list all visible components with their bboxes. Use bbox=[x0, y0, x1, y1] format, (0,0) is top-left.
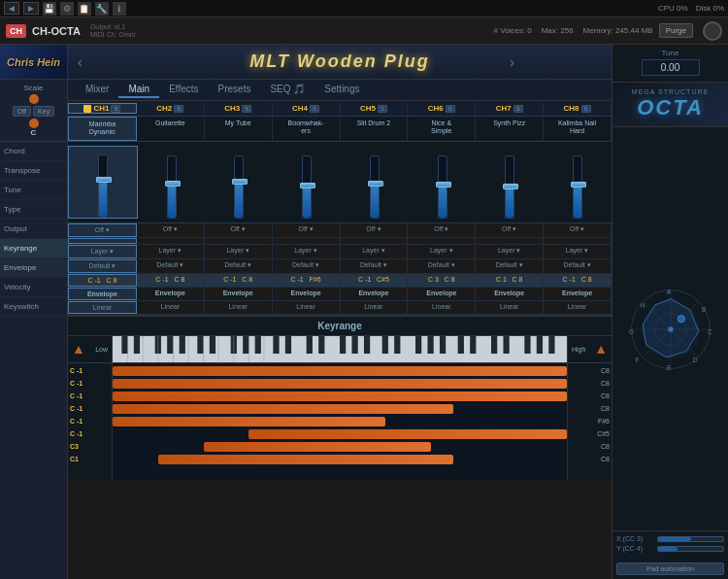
settings-icon[interactable]: ⚙ bbox=[60, 2, 74, 16]
ch5-envelope[interactable]: Envelope bbox=[341, 288, 409, 300]
ch2-keyrange[interactable]: C -1 C 8 bbox=[137, 274, 205, 287]
tab-seq[interactable]: SEQ 🎵 bbox=[260, 82, 314, 98]
tab-settings[interactable]: Settings bbox=[314, 82, 369, 98]
ch1-layer[interactable]: Layer ▾ bbox=[68, 245, 137, 258]
ch3-envelope[interactable]: Envelope bbox=[205, 288, 273, 300]
ch3-velocity[interactable]: Linear bbox=[205, 301, 273, 314]
ch1-off[interactable]: Off ▾ bbox=[68, 223, 137, 237]
tab-effects[interactable]: Effects bbox=[159, 82, 208, 98]
ch6-header[interactable]: CH6 S bbox=[408, 103, 476, 114]
ch4-output[interactable]: Default ▾ bbox=[273, 259, 341, 273]
tab-main[interactable]: Main bbox=[118, 82, 159, 98]
purge-button[interactable]: Purge bbox=[659, 23, 693, 38]
cc-x-slider[interactable] bbox=[657, 536, 724, 542]
ch6-velocity[interactable]: Linear bbox=[408, 301, 476, 314]
ch3-fader-thumb[interactable] bbox=[232, 179, 248, 185]
ch6-fader-thumb[interactable] bbox=[436, 182, 451, 187]
ch3-layer[interactable]: Layer ▾ bbox=[205, 245, 273, 258]
ch5-fader-thumb[interactable] bbox=[368, 181, 383, 187]
ch5-output[interactable]: Default ▾ bbox=[341, 259, 409, 273]
ch7-layer[interactable]: Layer ▾ bbox=[476, 245, 544, 258]
ch4-fader-thumb[interactable] bbox=[300, 183, 315, 188]
ch6-envelope[interactable]: Envelope bbox=[408, 288, 476, 300]
ch2-fader-thumb[interactable] bbox=[165, 181, 181, 187]
ch5-header[interactable]: CH5 S bbox=[341, 103, 409, 114]
ch7-fader-thumb[interactable] bbox=[503, 184, 518, 189]
ch1-keyrange[interactable]: C -1 C 8 bbox=[68, 274, 137, 287]
ch4-s-btn[interactable]: S bbox=[310, 105, 319, 113]
tab-mixer[interactable]: Mixer bbox=[76, 82, 118, 98]
ch8-s-btn[interactable]: S bbox=[581, 105, 591, 113]
ch2-layer[interactable]: Layer ▾ bbox=[137, 245, 205, 258]
envelope-row[interactable]: Envelope bbox=[0, 258, 67, 278]
scale-indicator[interactable] bbox=[29, 94, 39, 104]
ch1-envelope[interactable]: Envelope bbox=[68, 288, 137, 300]
ch7-fader[interactable] bbox=[505, 155, 514, 219]
ch8-fader-thumb[interactable] bbox=[571, 182, 586, 187]
plugin-nav-left[interactable]: ‹ bbox=[78, 54, 83, 70]
ch2-fader[interactable] bbox=[167, 155, 177, 219]
ch2-s-btn[interactable]: S bbox=[174, 105, 183, 113]
ch5-velocity[interactable]: Linear bbox=[341, 301, 409, 314]
ch4-envelope[interactable]: Envelope bbox=[273, 288, 341, 300]
left-arrow-icon[interactable]: ▲ bbox=[72, 341, 85, 357]
ch7-output[interactable]: Default ▾ bbox=[476, 259, 544, 273]
cc-y-slider[interactable] bbox=[657, 546, 724, 552]
ch3-fader[interactable] bbox=[234, 155, 244, 219]
output-row[interactable]: Output bbox=[0, 220, 67, 239]
ch8-off[interactable]: Off ▾ bbox=[544, 223, 612, 237]
right-arrow-icon[interactable]: ▲ bbox=[594, 341, 608, 357]
ch4-velocity[interactable]: Linear bbox=[273, 301, 341, 314]
ch2-envelope[interactable]: Envelope bbox=[137, 288, 205, 300]
ch7-keyrange[interactable]: C 1 C 8 bbox=[476, 274, 544, 287]
ch3-header[interactable]: CH3 S bbox=[205, 103, 273, 114]
chord-row[interactable]: Chord bbox=[0, 142, 67, 161]
ch8-keyrange[interactable]: C -1 C 8 bbox=[544, 274, 612, 287]
ch5-layer[interactable]: Layer ▾ bbox=[341, 245, 409, 258]
ch7-velocity[interactable]: Linear bbox=[476, 301, 544, 314]
ch6-off[interactable]: Off ▾ bbox=[408, 223, 476, 237]
ch7-s-btn[interactable]: S bbox=[513, 105, 523, 113]
ch1-s-btn[interactable]: S bbox=[111, 105, 120, 113]
ch5-fader[interactable] bbox=[370, 155, 380, 219]
ch6-s-btn[interactable]: S bbox=[446, 105, 455, 113]
ch3-output[interactable]: Default ▾ bbox=[205, 259, 273, 273]
ch6-layer[interactable]: Layer ▾ bbox=[408, 245, 476, 258]
ch7-off[interactable]: Off ▾ bbox=[476, 223, 544, 237]
ch6-keyrange[interactable]: C 3 C 8 bbox=[408, 274, 476, 287]
ch2-velocity[interactable]: Linear bbox=[137, 301, 205, 314]
ch4-header[interactable]: CH4 S bbox=[273, 103, 341, 114]
ch5-s-btn[interactable]: S bbox=[378, 105, 387, 113]
ch6-output[interactable]: Default ▾ bbox=[408, 259, 476, 273]
type-row[interactable]: Type bbox=[0, 200, 67, 220]
tool-icon[interactable]: 🔧 bbox=[95, 2, 109, 16]
ch8-header[interactable]: CH8 S bbox=[544, 103, 612, 114]
save-icon[interactable]: 💾 bbox=[43, 2, 56, 16]
ch8-envelope[interactable]: Envelope bbox=[544, 288, 612, 300]
ch1-output[interactable]: Default ▾ bbox=[68, 259, 137, 273]
tune-row[interactable]: Tune bbox=[0, 181, 67, 200]
ch3-keyrange[interactable]: C -1 C 8 bbox=[205, 274, 273, 287]
ch8-fader[interactable] bbox=[573, 155, 582, 219]
ch3-off[interactable]: Off ▾ bbox=[205, 223, 273, 237]
ch2-output[interactable]: Default ▾ bbox=[137, 259, 205, 273]
ch1-fader-thumb[interactable] bbox=[96, 177, 112, 183]
ch7-header[interactable]: CH7 S bbox=[476, 103, 544, 114]
velocity-row[interactable]: Velocity bbox=[0, 278, 67, 297]
pad-automation-button[interactable]: Pad automation bbox=[616, 562, 724, 575]
ch5-off[interactable]: Off ▾ bbox=[341, 223, 409, 237]
key-button[interactable]: Key bbox=[33, 106, 54, 117]
ch4-fader[interactable] bbox=[302, 155, 312, 219]
ch4-off[interactable]: Off ▾ bbox=[273, 223, 341, 237]
clipboard-icon[interactable]: 📋 bbox=[78, 2, 91, 16]
nav-left-arrow[interactable]: ◄ bbox=[4, 2, 19, 15]
ch8-output[interactable]: Default ▾ bbox=[544, 259, 612, 273]
ch1-header[interactable]: CH1 S bbox=[68, 103, 137, 114]
ch7-envelope[interactable]: Envelope bbox=[476, 288, 544, 300]
ch4-keyrange[interactable]: C -1 F#6 bbox=[273, 274, 341, 287]
off-button[interactable]: Off bbox=[13, 106, 31, 117]
scale-knob[interactable] bbox=[29, 119, 39, 128]
ch4-layer[interactable]: Layer ▾ bbox=[273, 245, 341, 258]
transpose-row[interactable]: Transpose bbox=[0, 161, 67, 181]
ch3-s-btn[interactable]: S bbox=[242, 105, 251, 113]
